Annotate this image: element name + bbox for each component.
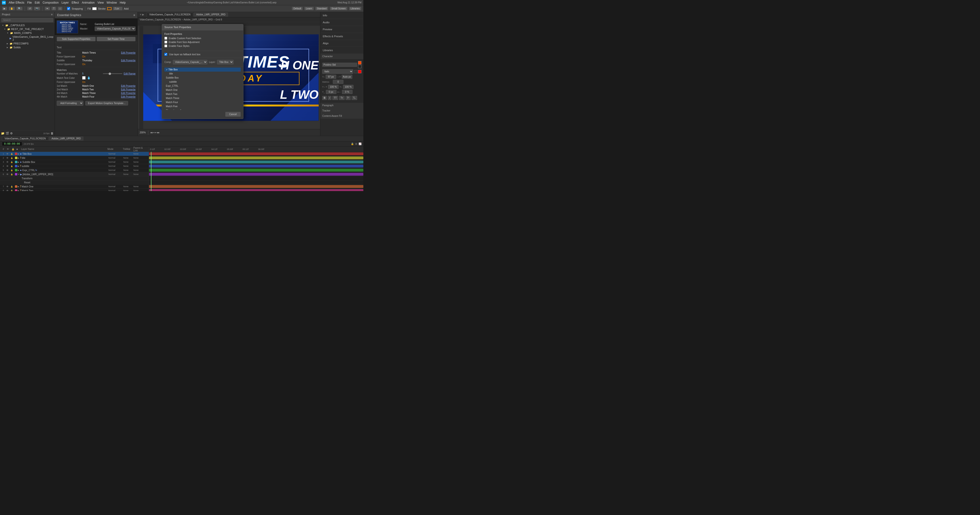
edit-subtitle-btn[interactable]: Edit Propertie — [121, 59, 135, 62]
right-panel-libraries[interactable]: Libraries — [320, 47, 363, 54]
char-style-select[interactable]: Italic — [322, 69, 353, 74]
tree-item-main-comps[interactable]: ▼ 📁 MAIN_COMPS — [0, 31, 54, 35]
expand-icon-3[interactable]: ▶ — [18, 161, 19, 163]
expand-icon-4[interactable]: ▶ — [18, 165, 19, 167]
small-caps-btn[interactable]: Tт — [339, 96, 345, 100]
hand-tool[interactable]: ✋ — [9, 7, 15, 10]
right-panel-paragraph[interactable]: Paragraph — [320, 103, 363, 108]
project-settings-btn[interactable]: ⚙ — [10, 132, 13, 135]
time-display[interactable]: 0:00:00:00 — [2, 142, 22, 146]
edit-match4-btn[interactable]: Edit Propertie — [121, 95, 135, 98]
expand-icon-1[interactable]: ▶ — [18, 153, 19, 155]
layer-list-item-match-one[interactable]: Match One — [164, 88, 241, 92]
match-color-swatch[interactable] — [82, 76, 86, 79]
char-tracking-input[interactable] — [328, 85, 339, 89]
right-panel-effects-presets[interactable]: Effects & Presets — [320, 33, 363, 40]
layer-vis-7[interactable]: 👁 — [6, 185, 10, 188]
superscript-btn[interactable]: T¹ — [345, 96, 351, 100]
char-metrics-input[interactable] — [333, 80, 344, 84]
layer-row-3[interactable]: 3 👁 🔓 ▶ ★ Subtitle Box Normal None None — [0, 160, 149, 164]
layer-vis-8[interactable]: 👁 — [6, 189, 10, 191]
select-tool[interactable]: ▶ — [2, 7, 7, 10]
layer-label-2[interactable] — [15, 157, 17, 159]
text-tool[interactable]: T — [51, 7, 56, 10]
edit-match1-btn[interactable]: Edit Propertie — [121, 84, 135, 87]
workspace-small-screen[interactable]: Small Screen — [330, 7, 347, 10]
expand-icon-2[interactable]: ▶ — [18, 157, 19, 159]
layer-label-3[interactable] — [15, 161, 17, 163]
layer-row-8[interactable]: 8 👁 🔓 ▶ T Match Two Normal None None — [0, 189, 149, 191]
char-color-swatch-red[interactable] — [358, 61, 361, 64]
layer-vis-5[interactable]: 👁 — [6, 169, 10, 172]
export-mogrt-btn[interactable]: Export Motion Graphics Template... — [85, 101, 128, 105]
menu-edit[interactable]: Edit — [35, 1, 40, 4]
layer-mode-5[interactable]: Normal — [108, 169, 123, 171]
bold-btn[interactable]: B — [322, 96, 327, 100]
layer-list-item-title[interactable]: title — [164, 72, 241, 76]
menu-composition[interactable]: Composition — [43, 1, 59, 4]
layer-label-1[interactable] — [15, 153, 17, 155]
comp-dropdown[interactable]: VideoGames_Capsule_... — [173, 60, 207, 64]
right-panel-content-aware-fill[interactable]: Content-Aware Fill — [320, 113, 363, 119]
tl-lock-btn[interactable]: 🔒 — [351, 143, 354, 145]
add-formatting-dropdown[interactable]: Add Formatting — [57, 101, 83, 106]
right-panel-character-header[interactable]: Character — [320, 54, 363, 59]
char-kern-input[interactable] — [342, 90, 353, 94]
menu-animation[interactable]: Animation — [82, 1, 94, 4]
layer-lock-2[interactable]: 🔓 — [11, 157, 14, 159]
set-poster-time-btn[interactable]: Set Poster Time — [97, 37, 135, 41]
layer-lock-7[interactable]: 🔓 — [11, 186, 14, 188]
menu-file[interactable]: File — [27, 1, 32, 4]
layer-mode-7[interactable]: Normal — [108, 185, 123, 188]
layer-row-7[interactable]: 7 👁 🔓 ▶ T Match One Normal None None — [0, 184, 149, 189]
layer-row-5[interactable]: 5 👁 🔓 ▶ ★ Expr_CTRL fx Normal None None — [0, 168, 149, 172]
layer-label-6[interactable] — [15, 173, 17, 175]
camera-tool[interactable]: 📷 — [34, 7, 40, 10]
timeline-tab-fullscreen[interactable]: VideoGames_Capsule_FULLSCREEN — [2, 137, 49, 141]
layer-list-item-subtitle-box[interactable]: Subtitle Box — [164, 76, 241, 80]
shape-tool[interactable]: □ — [58, 7, 62, 10]
layer-list-item-title-box[interactable]: ✓ Title Box — [164, 68, 241, 72]
layer-row-reset[interactable]: Reset — [0, 181, 149, 184]
layer-lock-6[interactable]: 🔓 — [11, 173, 14, 175]
layer-mode-4[interactable]: Normal — [108, 165, 123, 167]
delete-btn[interactable]: 🗑 — [51, 132, 54, 135]
layer-vis-3[interactable]: 👁 — [6, 161, 10, 164]
workspace-standard[interactable]: Standard — [315, 7, 329, 10]
fallback-checkbox[interactable] — [164, 53, 167, 56]
font-size-checkbox[interactable] — [164, 41, 167, 43]
tl-comp-btn[interactable]: ⊞ — [355, 143, 357, 145]
layer-lock-8[interactable]: 🔓 — [11, 190, 14, 191]
menu-layer[interactable]: Layer — [62, 1, 69, 4]
expand-icon-8[interactable]: ▶ — [18, 190, 19, 191]
layer-mode-1[interactable]: Normal — [108, 153, 123, 155]
layer-vis-1[interactable]: 👁 — [6, 153, 10, 155]
tree-item-rest[interactable]: ▼ 📁 REST_OF_THE_PROJECT — [0, 27, 54, 31]
right-panel-preview[interactable]: Preview — [320, 26, 363, 33]
workspace-default[interactable]: Default — [292, 7, 303, 10]
char-vert-scale-input[interactable] — [343, 85, 353, 89]
menu-after-effects[interactable]: After Effects — [9, 1, 24, 4]
layer-list-item-match-three[interactable]: Match Three — [164, 96, 241, 100]
layer-lock-5[interactable]: 🔓 — [11, 169, 14, 171]
subscript-btn[interactable]: T₁ — [352, 96, 357, 100]
expand-icon-5[interactable]: ▶ — [18, 169, 19, 171]
project-search-input[interactable] — [2, 18, 53, 22]
layer-mode-2[interactable]: Normal — [108, 157, 123, 159]
popup-cancel-btn[interactable]: Cancel — [225, 112, 241, 117]
stroke-width-input[interactable] — [113, 7, 123, 10]
menu-effect[interactable]: Effect — [72, 1, 79, 4]
tl-graph-btn[interactable]: 📈 — [358, 143, 361, 145]
tree-item-bkg[interactable]: ▶ VideoGames_Capsule_BKG_Loop 2 — [0, 35, 54, 41]
caps-btn[interactable]: TT — [332, 96, 338, 100]
edit-match2-btn[interactable]: Edit Propertie — [121, 88, 135, 91]
timeline-tab-upper3rd[interactable]: Adobe_LWR_UPPER_3RD — [49, 137, 84, 141]
layer-label-7[interactable] — [15, 185, 17, 188]
new-comp-btn[interactable]: 🎬 — [6, 132, 9, 135]
playhead[interactable] — [151, 152, 151, 191]
pen-tool[interactable]: ✒ — [45, 7, 50, 10]
layer-lock-3[interactable]: 🔓 — [11, 161, 14, 163]
eg-menu-icon[interactable]: ≡ — [134, 13, 135, 17]
char-auto-size-input[interactable] — [342, 75, 352, 79]
workspace-learn[interactable]: Learn — [304, 7, 314, 10]
